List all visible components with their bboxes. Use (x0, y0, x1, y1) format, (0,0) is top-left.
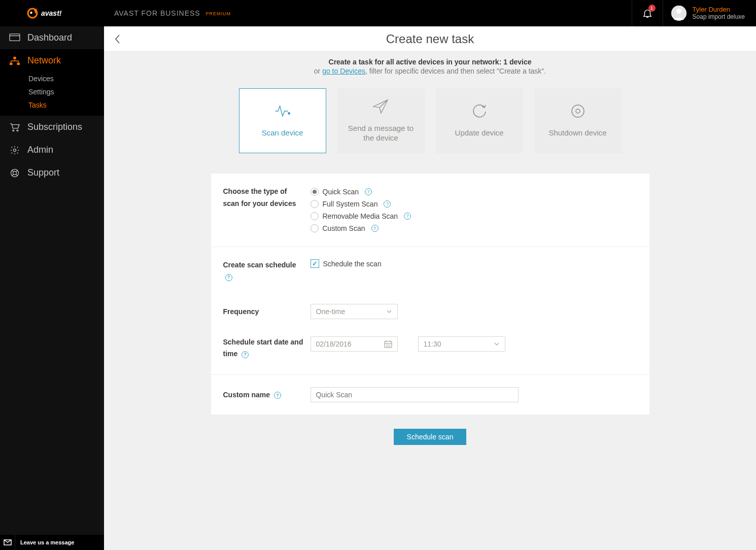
radio-label: Custom Scan (323, 224, 365, 232)
frequency-label: Frequency (223, 304, 304, 319)
chevron-down-icon (494, 342, 500, 346)
radio-label: Removable Media Scan (323, 212, 398, 220)
chat-bar[interactable]: Leave us a message (0, 535, 104, 550)
chevron-left-icon (114, 34, 121, 44)
svg-text:avast!: avast! (41, 9, 62, 17)
start-date-label: Schedule start date and time ? (223, 336, 304, 361)
intro-text: Create a task for all active devices in … (104, 52, 756, 88)
custom-name-input[interactable] (311, 387, 519, 402)
sidebar: Dashboard Network Devices Settings Tasks… (0, 0, 104, 550)
help-icon[interactable]: ? (242, 351, 249, 358)
task-card-label: Send a message to the device (337, 123, 425, 143)
sidebar-sub-item-settings[interactable]: Settings (0, 85, 104, 98)
notification-count-badge: 1 (648, 5, 656, 12)
radio-input[interactable] (311, 212, 319, 220)
help-icon[interactable]: ? (274, 392, 281, 399)
sidebar-sub-item-devices[interactable]: Devices (0, 72, 104, 85)
radio-full-system-scan[interactable]: Full System Scan ? (311, 198, 637, 210)
radio-input[interactable] (311, 224, 319, 232)
send-icon (372, 99, 390, 114)
task-type-cards: Scan device Send a message to the device… (104, 88, 756, 174)
user-subtitle: Soap import deluxe (693, 13, 745, 21)
user-menu[interactable]: Tyler Durden Soap import deluxe (663, 0, 756, 26)
svg-point-1 (30, 12, 32, 14)
radio-input[interactable] (311, 188, 319, 196)
svg-point-22 (572, 105, 584, 117)
sidebar-item-label: Admin (27, 145, 53, 155)
notifications-button[interactable]: 1 (632, 0, 663, 26)
schedule-checkbox[interactable] (311, 259, 319, 268)
start-date-input[interactable]: 02/18/2016 (311, 336, 398, 352)
sidebar-sub-item-tasks[interactable]: Tasks (0, 98, 104, 112)
dashboard-icon (9, 33, 20, 43)
svg-rect-7 (13, 56, 16, 59)
intro-bold: Create a task for all active devices in … (104, 58, 756, 66)
help-icon[interactable]: ? (365, 188, 372, 195)
radio-input[interactable] (311, 200, 319, 208)
svg-line-16 (16, 170, 18, 171)
start-time-select[interactable]: 11:30 (418, 336, 505, 352)
product-title: AVAST FOR BUSINESS PREMIUM (114, 9, 231, 17)
date-value: 02/18/2016 (316, 340, 352, 348)
section-schedule: Create scan schedule ? Schedule the scan… (211, 247, 649, 375)
sidebar-item-label: Support (27, 167, 59, 178)
intro-line2: or go to Devices, filter for specific de… (104, 67, 756, 75)
svg-rect-5 (10, 33, 20, 41)
section-custom-name: Custom name ? (211, 375, 649, 415)
help-icon[interactable]: ? (384, 200, 391, 208)
select-value: One-time (316, 307, 346, 316)
back-button[interactable] (104, 34, 131, 44)
scan-type-label: Choose the type of scan for your devices (223, 186, 304, 234)
avatar (671, 6, 686, 21)
svg-point-31 (386, 346, 387, 347)
sidebar-item-support[interactable]: Support (0, 161, 104, 184)
svg-point-30 (390, 345, 390, 345)
gear-icon (9, 145, 20, 155)
avast-logo[interactable]: avast! (0, 0, 104, 26)
section-scan-type: Choose the type of scan for your devices… (211, 174, 649, 247)
task-card-label: Update device (449, 128, 510, 138)
task-card-label: Scan device (256, 128, 310, 138)
network-icon (9, 56, 20, 65)
sidebar-item-network[interactable]: Network (0, 49, 104, 72)
help-icon[interactable]: ? (225, 274, 232, 281)
sidebar-item-dashboard[interactable]: Dashboard (0, 26, 104, 49)
sidebar-sub-network: Devices Settings Tasks (0, 72, 104, 116)
svg-point-32 (388, 346, 388, 347)
form-card: Choose the type of scan for your devices… (211, 174, 649, 415)
header: avast! AVAST FOR BUSINESS PREMIUM 1 Tyle… (0, 0, 756, 26)
frequency-select[interactable]: One-time (311, 304, 398, 319)
chat-label: Leave us a message (15, 539, 74, 545)
radio-custom-scan[interactable]: Custom Scan ? (311, 222, 637, 234)
help-icon[interactable]: ? (371, 225, 379, 232)
go-to-devices-link[interactable]: go to Devices (322, 67, 365, 75)
schedule-label: Create scan schedule ? (223, 259, 304, 284)
task-card-shutdown[interactable]: Shutdown device (534, 88, 622, 153)
task-card-message[interactable]: Send a message to the device (337, 88, 425, 153)
svg-line-21 (380, 100, 388, 108)
sidebar-item-subscriptions[interactable]: Subscriptions (0, 116, 104, 139)
svg-point-4 (676, 9, 681, 14)
time-value: 11:30 (424, 340, 441, 348)
task-card-scan[interactable]: Scan device (239, 88, 326, 153)
task-card-update[interactable]: Update device (436, 88, 523, 153)
radio-removable-media-scan[interactable]: Removable Media Scan ? (311, 210, 637, 222)
radio-label: Full System Scan (323, 200, 378, 208)
radio-quick-scan[interactable]: Quick Scan ? (311, 186, 637, 198)
sidebar-item-admin[interactable]: Admin (0, 139, 104, 161)
schedule-checkbox-row[interactable]: Schedule the scan (311, 259, 637, 268)
svg-point-11 (17, 129, 18, 131)
help-icon[interactable]: ? (404, 213, 411, 220)
svg-line-17 (12, 174, 13, 176)
svg-point-28 (386, 345, 387, 345)
svg-line-15 (12, 170, 13, 171)
sidebar-item-label: Network (27, 55, 61, 66)
lifebuoy-icon (9, 168, 20, 178)
schedule-scan-button[interactable]: Schedule scan (394, 429, 467, 445)
svg-point-14 (13, 171, 17, 175)
cart-icon (9, 123, 20, 132)
chevron-down-icon (386, 310, 392, 314)
svg-point-12 (14, 149, 16, 151)
svg-point-23 (576, 109, 580, 113)
svg-point-20 (288, 113, 290, 115)
